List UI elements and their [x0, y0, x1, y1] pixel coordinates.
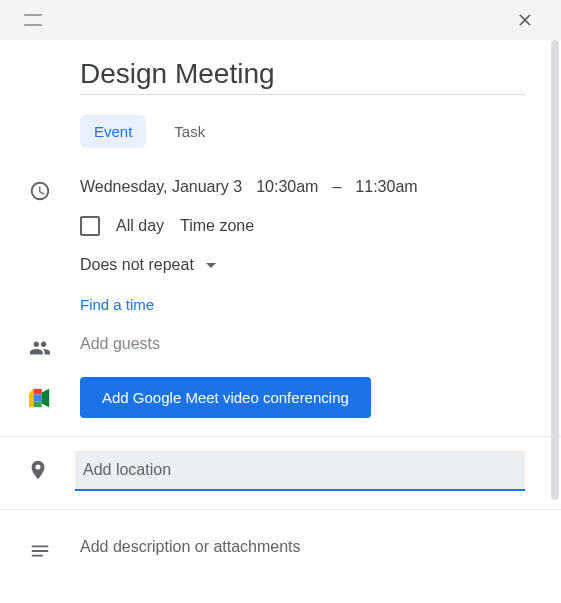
dialog-content: Design Meeting Event Task Wednesday, Jan…	[0, 40, 561, 562]
location-section	[0, 451, 561, 491]
event-title-input[interactable]: Design Meeting	[80, 58, 525, 95]
repeat-label: Does not repeat	[80, 256, 194, 274]
close-icon	[515, 10, 535, 30]
end-time[interactable]: 11:30am	[355, 178, 417, 196]
close-button[interactable]	[505, 0, 545, 40]
allday-label: All day	[116, 217, 164, 235]
chevron-down-icon	[206, 263, 216, 268]
scrollbar-thumb[interactable]	[551, 40, 559, 500]
type-tabs: Event Task	[80, 115, 561, 148]
start-time[interactable]: 10:30am	[256, 178, 318, 196]
clock-icon	[29, 180, 51, 202]
tab-task[interactable]: Task	[160, 115, 219, 148]
add-meet-button[interactable]: Add Google Meet video conferencing	[80, 377, 371, 418]
find-a-time-link[interactable]: Find a time	[80, 296, 525, 313]
add-description-input[interactable]: Add description or attachments	[80, 538, 525, 556]
timezone-button[interactable]: Time zone	[180, 217, 254, 235]
repeat-dropdown[interactable]: Does not repeat	[80, 256, 525, 274]
add-guests-input[interactable]: Add guests	[80, 335, 525, 353]
divider	[0, 509, 561, 510]
people-icon	[29, 337, 51, 359]
guests-section: Add guests	[0, 335, 561, 359]
notes-icon	[29, 540, 51, 562]
meet-section: Add Google Meet video conferencing	[0, 377, 561, 418]
divider	[0, 436, 561, 437]
tab-event[interactable]: Event	[80, 115, 146, 148]
description-section: Add description or attachments	[0, 538, 561, 562]
location-icon	[27, 459, 49, 481]
drag-handle-icon[interactable]	[24, 14, 48, 26]
date-text[interactable]: Wednesday, January 3	[80, 178, 242, 196]
dialog-titlebar	[0, 0, 561, 40]
google-meet-icon	[29, 387, 51, 405]
time-section: Wednesday, January 3 10:30am – 11:30am A…	[0, 178, 561, 313]
time-dash: –	[332, 178, 341, 196]
scrollbar[interactable]	[551, 40, 559, 601]
location-input[interactable]	[75, 451, 525, 491]
allday-checkbox[interactable]	[80, 216, 100, 236]
